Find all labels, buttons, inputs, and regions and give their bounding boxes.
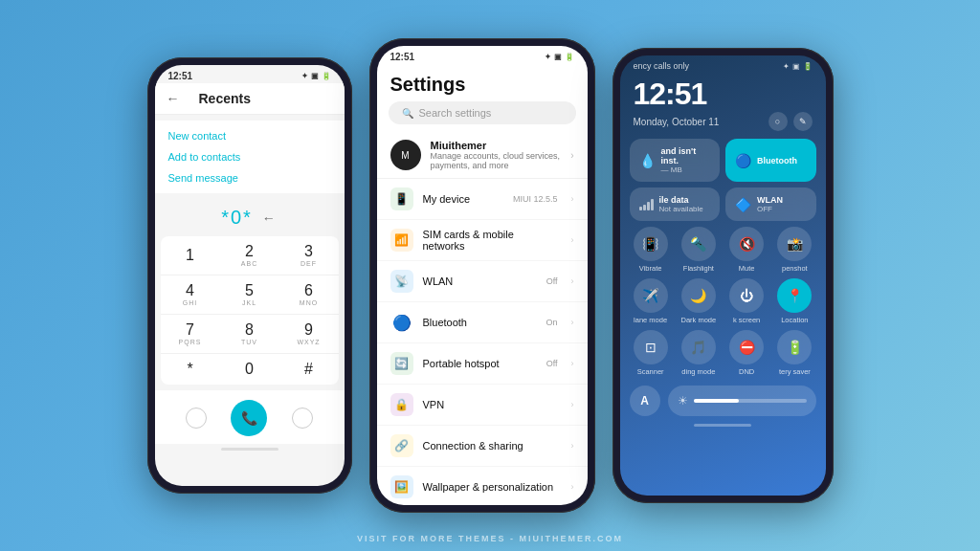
status-bar-1: 12:51 ✦▣🔋 xyxy=(155,65,345,83)
soundmode-label: ding mode xyxy=(681,367,715,376)
flashlight-label: Flashlight xyxy=(683,264,714,273)
cc-btn-location[interactable]: 📍 Location xyxy=(773,278,815,324)
hotspot-icon: 🔄 xyxy=(390,352,413,375)
cc-brightness-slider[interactable]: ☀ xyxy=(668,386,816,416)
cc-edit-icon[interactable]: ○ xyxy=(768,112,788,131)
cc-btn-soundmode[interactable]: 🎵 ding mode xyxy=(678,330,720,376)
cc-settings-icon[interactable]: ✎ xyxy=(793,112,813,131)
dial-key-2[interactable]: 2ABC xyxy=(220,236,279,276)
soundmode-icon: 🎵 xyxy=(681,330,716,364)
cc-tile-wlan[interactable]: 🔷 WLAN OFF xyxy=(725,187,816,221)
new-contact-link[interactable]: New contact xyxy=(168,130,331,142)
status-time-1: 12:51 xyxy=(168,71,193,81)
settings-item-connection[interactable]: 🔗 Connection & sharing › xyxy=(377,426,588,467)
cc-btn-mute[interactable]: 🔇 Mute xyxy=(725,227,768,273)
cc-button-grid: 📳 Vibrate 🔦 Flashlight 🔇 Mute 📸 penshot … xyxy=(620,227,826,382)
screenshot-label: penshot xyxy=(782,264,808,273)
dial-key-1[interactable]: 1 xyxy=(161,236,220,276)
brightness-bar xyxy=(694,399,807,403)
chevron-icon: › xyxy=(570,150,573,161)
wallpaper-icon: 🖼️ xyxy=(390,475,413,498)
dnd-icon: ⛔ xyxy=(729,330,764,364)
settings-item-bluetooth[interactable]: 🔵 Bluetooth On › xyxy=(377,302,588,343)
settings-item-wallpaper[interactable]: 🖼️ Wallpaper & personalization › xyxy=(377,467,588,505)
cc-date-icons: ○ ✎ xyxy=(768,112,813,131)
dial-key-7[interactable]: 7PQRS xyxy=(161,315,220,354)
back-button[interactable]: ← xyxy=(167,91,180,106)
cc-btn-vibrate[interactable]: 📳 Vibrate xyxy=(630,227,672,273)
settings-title: Settings xyxy=(377,64,588,101)
dial-key-0[interactable]: 0 xyxy=(220,354,279,385)
dial-key-star[interactable]: * xyxy=(161,354,220,385)
cc-tile-mobile[interactable]: ile data Not available xyxy=(630,187,721,221)
dial-key-4[interactable]: 4GHI xyxy=(161,276,220,315)
add-to-contacts-link[interactable]: Add to contacts xyxy=(168,151,331,163)
mute-label: Mute xyxy=(739,264,755,273)
data-tile-sub: — MB xyxy=(661,165,711,174)
cc-time: 12:51 xyxy=(620,73,826,112)
status-time-2: 12:51 xyxy=(390,52,415,62)
cc-tile-data[interactable]: 💧 and isn't inst. — MB xyxy=(630,139,721,182)
search-bar[interactable]: 🔍 Search settings xyxy=(389,101,576,124)
mute-icon: 🔇 xyxy=(729,227,764,261)
page-title: Recents xyxy=(199,91,251,106)
bluetooth-label: Bluetooth xyxy=(423,317,537,328)
cc-btn-lockscreen[interactable]: ⏻ k screen xyxy=(725,278,768,324)
bluetooth-tile-label: Bluetooth xyxy=(757,156,807,165)
settings-item-wlan[interactable]: 📡 WLAN Off › xyxy=(377,261,588,302)
data-tile-icon: 💧 xyxy=(639,153,656,168)
screenshot-icon: 📸 xyxy=(777,227,812,261)
account-item[interactable]: M Miuithemer Manage accounts, cloud serv… xyxy=(377,132,588,179)
settings-item-vpn[interactable]: 🔒 VPN › xyxy=(377,385,588,426)
cc-btn-darkmode[interactable]: 🌙 Dark mode xyxy=(678,278,720,324)
cc-btn-flashlight[interactable]: 🔦 Flashlight xyxy=(678,227,720,273)
vpn-icon: 🔒 xyxy=(390,393,413,416)
bottom-nav: 📞 xyxy=(155,390,345,444)
cc-btn-screenshot[interactable]: 📸 penshot xyxy=(773,227,815,273)
cc-btn-scanner[interactable]: ⊡ Scanner xyxy=(630,330,672,376)
wlan-tile-icon: 🔷 xyxy=(735,197,751,212)
wlan-icon: 📡 xyxy=(390,270,413,293)
dial-key-3[interactable]: 3DEF xyxy=(279,236,339,276)
nav-back-circle[interactable] xyxy=(186,408,207,429)
chevron-icon: › xyxy=(571,400,574,409)
scanner-label: Scanner xyxy=(637,367,664,376)
dialed-number: *0* xyxy=(221,207,253,229)
cc-btn-dnd[interactable]: ⛔ DND xyxy=(725,330,768,376)
call-button[interactable]: 📞 xyxy=(231,400,267,436)
settings-item-sim[interactable]: 📶 SIM cards & mobile networks › xyxy=(377,220,588,261)
mobile-bars xyxy=(639,199,654,210)
dial-key-5[interactable]: 5JKL xyxy=(220,276,279,315)
vpn-label: VPN xyxy=(423,399,558,410)
dial-key-8[interactable]: 8TUV xyxy=(220,315,279,354)
chevron-icon: › xyxy=(571,441,574,451)
chevron-icon: › xyxy=(571,482,574,492)
dial-key-hash[interactable]: # xyxy=(279,354,339,385)
cc-btn-planemode[interactable]: ✈️ lane mode xyxy=(630,278,672,324)
wlan-tile-text: WLAN OFF xyxy=(757,195,807,213)
status-icons-1: ✦▣🔋 xyxy=(301,72,331,80)
cc-avatar[interactable]: A xyxy=(630,386,660,416)
send-message-link[interactable]: Send message xyxy=(168,172,331,184)
lockscreen-label: k screen xyxy=(733,316,760,324)
account-info: Miuithemer Manage accounts, cloud servic… xyxy=(431,140,562,170)
settings-item-mydevice[interactable]: 📱 My device MIUI 12.5.5 › xyxy=(377,179,588,220)
cc-tile-bluetooth[interactable]: 🔵 Bluetooth xyxy=(725,139,816,182)
connection-label: Connection & sharing xyxy=(423,440,558,452)
hotspot-value: Off xyxy=(546,359,558,368)
settings-item-hotspot[interactable]: 🔄 Portable hotspot Off › xyxy=(377,343,588,385)
cc-btn-batterysaver[interactable]: 🔋 tery saver xyxy=(773,330,815,376)
phone-control-center: ency calls only ✦▣🔋 12:51 Monday, Octobe… xyxy=(612,48,834,503)
flashlight-icon: 🔦 xyxy=(681,227,716,261)
scanner-icon: ⊡ xyxy=(634,330,668,364)
dial-key-9[interactable]: 9WXYZ xyxy=(279,315,339,354)
sim-label: SIM cards & mobile networks xyxy=(423,229,558,252)
nav-recent-circle[interactable] xyxy=(292,408,313,429)
location-icon: 📍 xyxy=(777,278,812,313)
planemode-label: lane mode xyxy=(634,316,667,324)
dial-key-6[interactable]: 6MNO xyxy=(279,276,339,315)
connection-icon: 🔗 xyxy=(390,434,413,457)
backspace-button[interactable]: ← xyxy=(262,210,278,226)
planemode-icon: ✈️ xyxy=(634,278,668,313)
chevron-icon: › xyxy=(571,318,574,327)
